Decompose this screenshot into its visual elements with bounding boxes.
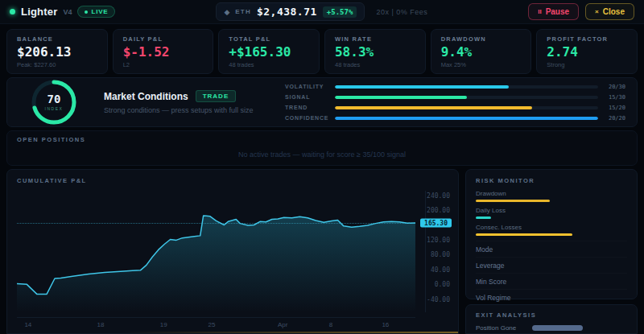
risk-bar-label: Consec. Losses — [476, 224, 627, 231]
metric-row: VOLATILITY20/30 — [285, 84, 625, 90]
metric-track — [335, 106, 598, 109]
metric-fill — [335, 117, 598, 120]
market-conditions-title: Market Conditions — [104, 91, 188, 102]
stat-value: $-1.52 — [123, 44, 204, 60]
eth-icon: ◆ — [224, 8, 229, 16]
metric-label: SIGNAL — [285, 94, 335, 100]
x-tick-label: 25 — [208, 321, 216, 328]
risk-bar-label: Daily Loss — [476, 207, 627, 214]
x-tick-label: 16 — [382, 321, 389, 328]
close-button[interactable]: × Close — [585, 3, 634, 20]
chart-title: CUMULATIVE P&L — [17, 177, 87, 184]
stat-card: BALANCE$206.13Peak: $227.60 — [6, 29, 108, 74]
live-dot-icon — [85, 10, 88, 14]
top-bar: Lighter V4 LIVE ◆ ETH $2,438.71 +5.57% 2… — [0, 0, 644, 24]
gauge-value: 70 — [47, 93, 61, 105]
y-tick-label: 0.00 — [435, 281, 450, 288]
risk-bar-fill — [476, 200, 550, 202]
risk-bar-fill — [476, 216, 491, 219]
stats-row: BALANCE$206.13Peak: $227.60DAILY P&L$-1.… — [6, 29, 638, 74]
y-tick-label: -40.00 — [427, 295, 450, 303]
exit-analysis-title: EXIT ANALYSIS — [476, 311, 627, 319]
no-trades-message: No active trades — waiting for score ≥ 3… — [17, 151, 627, 159]
stat-label: DAILY P&L — [123, 35, 204, 43]
risk-bar-row: Drawdown — [476, 190, 627, 202]
app-title: Lighter — [21, 6, 57, 18]
stat-card: DAILY P&L$-1.52L2 — [113, 29, 214, 74]
metric-label: VOLATILITY — [285, 84, 335, 89]
x-axis: 14181925Apr816 — [17, 317, 415, 328]
stat-card: PROFIT FACTOR2.74Strong — [536, 29, 638, 74]
close-icon: × — [595, 8, 599, 15]
x-tick-label: 18 — [97, 321, 104, 328]
stat-card: WIN RATE58.3%48 trades — [324, 29, 426, 74]
risk-monitor-panel: RISK MONITOR DrawdownDaily LossConsec. L… — [465, 169, 638, 299]
bottom-accent-line — [120, 332, 458, 333]
stat-sub: 48 trades — [335, 61, 415, 68]
current-value-reference-line — [17, 223, 415, 224]
market-conditions-text: Market Conditions TRADE Strong condition… — [104, 90, 277, 114]
stat-value: +$165.30 — [229, 44, 309, 60]
x-tick-label: Apr — [278, 321, 287, 328]
metric-label: TREND — [285, 105, 335, 110]
stat-sub: Strong — [547, 61, 627, 68]
risk-bar-label: Drawdown — [476, 190, 627, 197]
brand: Lighter V4 LIVE — [10, 6, 115, 18]
metric-value: 20/30 — [598, 84, 625, 90]
price-change-badge: +5.57% — [323, 6, 357, 18]
y-axis: 240.00200.00120.0080.0040.000.00-40.0016… — [429, 191, 453, 312]
metric-fill — [335, 85, 509, 89]
pause-button[interactable]: II Pause — [528, 3, 579, 20]
metric-track — [335, 117, 598, 120]
exit-row: Position Gone — [476, 324, 627, 332]
metric-row: CONFIDENCE20/20 — [285, 115, 625, 122]
y-tick-label: 80.00 — [431, 251, 450, 258]
stat-label: PROFIT FACTOR — [547, 35, 627, 43]
open-positions-panel: OPEN POSITIONS No active trades — waitin… — [6, 130, 638, 166]
stat-sub: Max 25% — [441, 61, 522, 68]
metric-value: 15/20 — [598, 105, 625, 111]
y-tick-label: 40.00 — [431, 266, 450, 273]
price-group: ◆ ETH $2,438.71 +5.57% 20x | 0% Fees — [216, 2, 427, 21]
asset-price: $2,438.71 — [257, 6, 317, 18]
gauge-center: 70 INDEX — [30, 78, 78, 126]
stat-sub: Peak: $227.60 — [17, 61, 97, 68]
pnl-line-chart — [17, 191, 415, 312]
metric-track — [335, 96, 598, 99]
close-label: Close — [603, 7, 625, 16]
y-tick-label: 200.00 — [427, 207, 450, 214]
open-positions-title: OPEN POSITIONS — [17, 136, 627, 143]
metric-fill — [335, 96, 467, 99]
pause-icon: II — [538, 8, 541, 15]
y-tick-label: 120.00 — [427, 236, 450, 243]
pnl-chart-plot[interactable] — [17, 191, 415, 312]
stat-card: DRAWDOWN9.4%Max 25% — [431, 29, 532, 74]
stat-value: 9.4% — [441, 44, 522, 60]
metric-row: SIGNAL15/30 — [285, 94, 625, 101]
exit-analysis-panel: EXIT ANALYSIS Position GoneSignal Revers… — [465, 304, 638, 334]
stat-label: DRAWDOWN — [441, 35, 522, 43]
stat-value: $206.13 — [17, 44, 97, 60]
metric-label: CONFIDENCE — [285, 115, 335, 121]
header-actions: II Pause × Close — [528, 3, 634, 20]
trade-status-badge: TRADE — [196, 90, 237, 102]
live-label: LIVE — [91, 8, 108, 15]
stat-card: TOTAL P&L+$165.3048 trades — [218, 29, 320, 74]
stat-label: BALANCE — [17, 35, 97, 43]
x-tick-label: 8 — [329, 321, 332, 328]
cumulative-pnl-panel: CUMULATIVE P&L 240.00200.00120.0080.0040… — [6, 169, 459, 334]
metric-value: 20/20 — [598, 115, 625, 122]
market-index-gauge: 70 INDEX — [30, 78, 78, 126]
risk-monitor-title: RISK MONITOR — [476, 177, 627, 184]
risk-bars: DrawdownDaily LossConsec. Losses — [476, 190, 627, 236]
risk-row: Leverage — [476, 257, 627, 273]
exit-bar-label: Position Gone — [476, 324, 532, 332]
metric-track — [335, 85, 598, 89]
pause-label: Pause — [546, 7, 569, 16]
stat-label: TOTAL P&L — [229, 35, 309, 43]
x-tick-label: 14 — [24, 321, 31, 328]
price-pill: ◆ ETH $2,438.71 +5.57% — [216, 2, 365, 21]
current-value-badge: 165.30 — [420, 219, 452, 228]
risk-bar-row: Daily Loss — [476, 207, 627, 219]
risk-bar-fill — [476, 233, 572, 236]
